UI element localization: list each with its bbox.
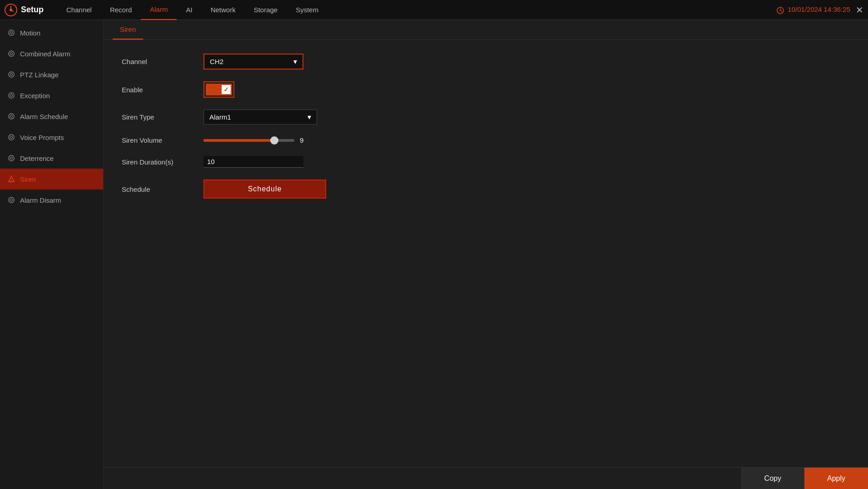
tab-siren[interactable]: Siren xyxy=(113,20,143,40)
topbar-right: 10/01/2024 14:36:25 ✕ xyxy=(777,5,863,15)
svg-point-16 xyxy=(10,157,13,160)
main-layout: Motion Combined Alarm PTZ Linkage xyxy=(0,20,868,489)
siren-duration-input[interactable] xyxy=(203,156,303,168)
alarm-disarm-icon xyxy=(7,196,15,204)
svg-point-17 xyxy=(11,180,12,181)
toggle-check-icon: ✓ xyxy=(223,86,229,93)
bottom-bar: Copy Apply xyxy=(104,467,868,489)
ptz-icon xyxy=(7,70,15,79)
svg-point-13 xyxy=(9,135,14,140)
nav-storage[interactable]: Storage xyxy=(245,0,287,20)
nav-ai[interactable]: AI xyxy=(177,0,201,20)
svg-point-7 xyxy=(9,72,14,77)
volume-slider-knob[interactable] xyxy=(270,136,278,145)
motion-icon xyxy=(7,29,15,37)
svg-point-12 xyxy=(10,115,13,118)
sidebar-alarm-schedule-label: Alarm Schedule xyxy=(20,113,68,120)
enable-label: Enable xyxy=(122,86,203,94)
siren-duration-row: Siren Duration(s) xyxy=(122,156,850,168)
sidebar-deterrence-label: Deterrence xyxy=(20,155,54,162)
svg-point-14 xyxy=(10,136,13,139)
enable-toggle-wrap[interactable]: ✓ xyxy=(203,81,234,98)
sidebar-motion-label: Motion xyxy=(20,29,40,37)
sidebar-item-combined-alarm[interactable]: Combined Alarm xyxy=(0,43,103,64)
subtab-bar: Siren xyxy=(104,20,868,40)
svg-point-11 xyxy=(9,114,14,119)
topbar-datetime: 10/01/2024 14:36:25 xyxy=(777,5,850,14)
form-area: Channel CH2 ▾ Enable ✓ xyxy=(104,40,868,224)
svg-point-1 xyxy=(10,9,12,11)
nav-system[interactable]: System xyxy=(287,0,327,20)
sidebar-item-siren[interactable]: Siren xyxy=(0,169,103,190)
alarm-schedule-icon xyxy=(7,112,15,120)
svg-point-4 xyxy=(10,32,13,34)
sidebar-siren-label: Siren xyxy=(20,175,36,183)
schedule-row: Schedule Schedule xyxy=(122,180,850,199)
sidebar-alarm-disarm-label: Alarm Disarm xyxy=(20,196,61,204)
svg-point-9 xyxy=(9,93,14,98)
volume-slider[interactable] xyxy=(203,139,294,142)
schedule-button[interactable]: Schedule xyxy=(203,180,326,199)
sidebar-combined-alarm-label: Combined Alarm xyxy=(20,50,70,58)
channel-control: CH2 ▾ xyxy=(203,54,303,70)
apply-button[interactable]: Apply xyxy=(804,468,868,489)
svg-point-5 xyxy=(9,51,14,56)
siren-type-label: Siren Type xyxy=(122,113,203,121)
topbar: Setup Channel Record Alarm AI Network St… xyxy=(0,0,868,20)
top-nav: Channel Record Alarm AI Network Storage … xyxy=(57,0,777,20)
content-area: Siren Channel CH2 ▾ Enable xyxy=(104,20,868,489)
siren-type-arrow: ▾ xyxy=(308,113,311,121)
siren-duration-label: Siren Duration(s) xyxy=(122,158,203,166)
sidebar-item-alarm-schedule[interactable]: Alarm Schedule xyxy=(0,106,103,127)
channel-dropdown-arrow: ▾ xyxy=(293,57,297,66)
nav-record[interactable]: Record xyxy=(101,0,141,20)
sidebar-voice-prompts-label: Voice Prompts xyxy=(20,134,64,141)
sidebar-item-voice-prompts[interactable]: Voice Prompts xyxy=(0,127,103,148)
sidebar-ptz-label: PTZ Linkage xyxy=(20,71,59,79)
nav-alarm[interactable]: Alarm xyxy=(141,0,177,20)
siren-type-value: Alarm1 xyxy=(209,113,231,121)
enable-toggle[interactable]: ✓ xyxy=(206,84,232,95)
copy-button[interactable]: Copy xyxy=(741,468,804,489)
app-logo: Setup xyxy=(5,4,44,16)
svg-point-8 xyxy=(10,74,13,76)
siren-type-dropdown[interactable]: Alarm1 ▾ xyxy=(203,110,317,125)
svg-point-3 xyxy=(9,30,14,35)
sidebar: Motion Combined Alarm PTZ Linkage xyxy=(0,20,104,489)
enable-row: Enable ✓ xyxy=(122,81,850,98)
combined-alarm-icon xyxy=(7,50,15,58)
sidebar-item-deterrence[interactable]: Deterrence xyxy=(0,148,103,169)
svg-point-15 xyxy=(9,155,14,161)
voice-prompts-icon xyxy=(7,133,15,141)
toggle-knob: ✓ xyxy=(222,85,231,94)
sidebar-item-motion[interactable]: Motion xyxy=(0,22,103,43)
schedule-control: Schedule xyxy=(203,180,326,199)
svg-point-18 xyxy=(9,197,14,203)
app-title: Setup xyxy=(21,5,44,15)
exception-icon xyxy=(7,91,15,100)
siren-duration-control xyxy=(203,156,303,168)
svg-point-19 xyxy=(10,199,13,201)
sidebar-item-exception[interactable]: Exception xyxy=(0,85,103,106)
sidebar-item-alarm-disarm[interactable]: Alarm Disarm xyxy=(0,190,103,210)
volume-slider-fill xyxy=(203,139,274,142)
nav-network[interactable]: Network xyxy=(202,0,245,20)
sidebar-item-ptz-linkage[interactable]: PTZ Linkage xyxy=(0,64,103,85)
schedule-label: Schedule xyxy=(122,185,203,193)
volume-value: 9 xyxy=(300,136,309,144)
siren-volume-label: Siren Volume xyxy=(122,136,203,144)
close-button[interactable]: ✕ xyxy=(856,5,863,15)
siren-type-row: Siren Type Alarm1 ▾ xyxy=(122,110,850,125)
channel-row: Channel CH2 ▾ xyxy=(122,54,850,70)
svg-point-10 xyxy=(10,95,13,97)
nav-channel[interactable]: Channel xyxy=(57,0,101,20)
channel-dropdown[interactable]: CH2 ▾ xyxy=(203,54,303,70)
svg-point-6 xyxy=(10,53,13,55)
channel-value: CH2 xyxy=(210,58,223,65)
sidebar-exception-label: Exception xyxy=(20,92,50,100)
deterrence-icon xyxy=(7,154,15,162)
enable-control: ✓ xyxy=(203,81,234,98)
siren-volume-row: Siren Volume 9 xyxy=(122,136,850,144)
siren-icon xyxy=(7,175,15,183)
siren-type-control: Alarm1 ▾ xyxy=(203,110,317,125)
